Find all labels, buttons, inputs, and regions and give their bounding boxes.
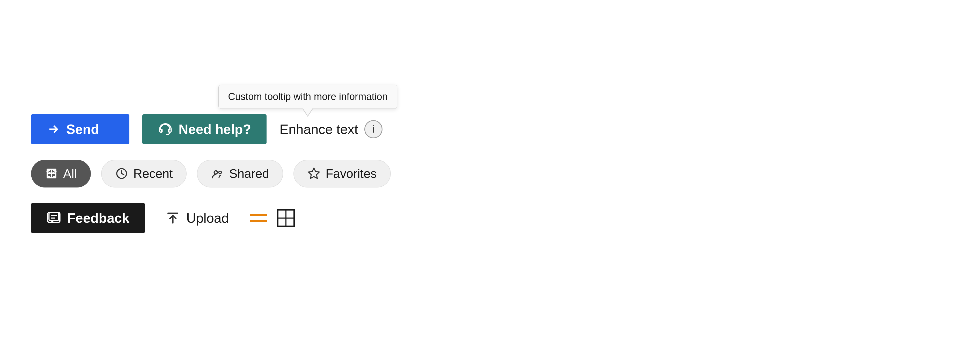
cube-icon	[45, 167, 58, 180]
pill-favorites[interactable]: Favorites	[293, 160, 390, 187]
svg-point-8	[219, 171, 221, 174]
send-button[interactable]: Send	[31, 114, 129, 144]
tooltip-box: Custom tooltip with more information	[218, 85, 397, 109]
pill-favorites-label: Favorites	[326, 166, 377, 181]
svg-point-0	[161, 130, 162, 132]
enhance-text-group: Enhance text i Custom tooltip with more …	[280, 120, 382, 138]
grid-cell-3	[278, 218, 286, 226]
grid-cell-2	[286, 210, 294, 218]
need-help-button[interactable]: Need help?	[142, 114, 267, 144]
info-button[interactable]: i Custom tooltip with more information	[364, 120, 382, 138]
list-view-button[interactable]	[250, 214, 267, 222]
clock-icon	[115, 167, 128, 180]
pill-shared-label: Shared	[229, 166, 269, 181]
feedback-icon	[46, 211, 61, 225]
hamburger-line-2	[250, 220, 267, 222]
info-icon: i	[372, 123, 374, 135]
bottom-actions-row: Feedback Upload	[31, 203, 391, 233]
hamburger-line-1	[250, 214, 267, 216]
svg-point-1	[168, 130, 170, 132]
tooltip-text: Custom tooltip with more information	[228, 91, 388, 102]
svg-point-7	[214, 171, 218, 174]
pill-recent-label: Recent	[133, 166, 173, 181]
grid-view-button[interactable]	[277, 209, 295, 227]
pill-recent[interactable]: Recent	[101, 160, 186, 187]
upload-icon	[165, 211, 180, 225]
pill-all-label: All	[63, 166, 77, 181]
star-icon	[307, 167, 320, 180]
send-icon	[46, 123, 60, 136]
filter-pills-row: All Recent Shared Fa	[31, 160, 391, 187]
grid-cell-1	[278, 210, 286, 218]
shared-icon	[211, 167, 224, 180]
view-toggle-group	[250, 209, 295, 227]
upload-button[interactable]: Upload	[165, 210, 229, 226]
headset-icon	[158, 122, 172, 136]
need-help-label: Need help?	[178, 122, 251, 137]
pill-all[interactable]: All	[31, 160, 91, 187]
enhance-text-label: Enhance text	[280, 122, 358, 137]
send-label: Send	[66, 122, 99, 137]
grid-cell-4	[286, 218, 294, 226]
row-actions: Send Need help? Enhance text i Custom to…	[31, 114, 391, 144]
svg-marker-9	[309, 168, 319, 178]
main-container: Send Need help? Enhance text i Custom to…	[31, 114, 391, 233]
feedback-button[interactable]: Feedback	[31, 203, 145, 233]
feedback-label: Feedback	[67, 210, 129, 226]
upload-label: Upload	[186, 210, 229, 226]
pill-shared[interactable]: Shared	[197, 160, 283, 187]
